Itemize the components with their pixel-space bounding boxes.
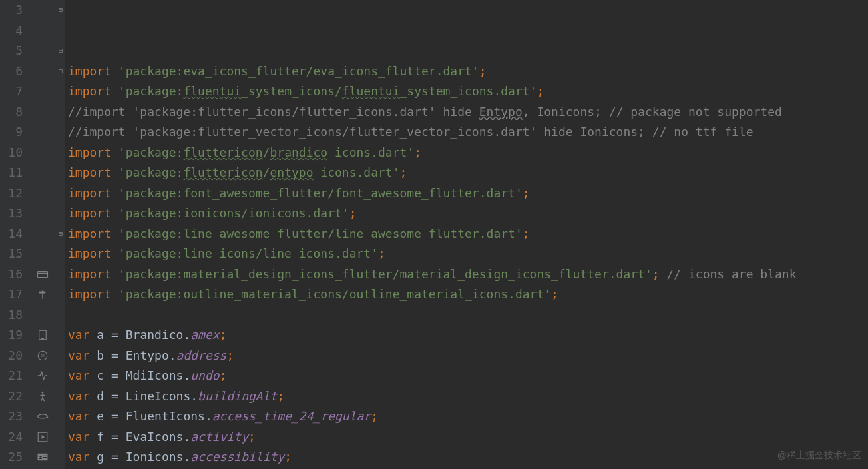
code-token-str: _icons.dart' (327, 145, 414, 159)
code-token-semi: ; (226, 348, 234, 362)
code-token-kw: import (68, 267, 118, 281)
svg-rect-0 (38, 271, 48, 277)
line-number: 8 (0, 102, 23, 123)
code-token-comment: //import 'package:flutter_icons/flutter_… (68, 105, 479, 119)
code-token-str-wavy: fluentui (183, 84, 241, 98)
svg-point-9 (40, 456, 42, 458)
line-number: 15 (0, 244, 23, 264)
code-token-prop: address (176, 348, 227, 362)
code-token-ident: d (97, 389, 111, 403)
code-token-str-wavy: fluentui (342, 84, 400, 98)
code-token-ident: Ionicons. (126, 450, 191, 464)
code-line[interactable]: var e = FluentIcons.access_time_24_regul… (68, 406, 868, 427)
code-token-str: 'package:line_awesome_flutter/line_aweso… (118, 227, 523, 240)
code-token-comment: , Ionicons; // package not supported (523, 105, 782, 119)
code-line[interactable]: import 'package:fluttericon/entypo_icons… (68, 163, 868, 183)
code-token-str: 'package:font_awesome_flutter/font_aweso… (118, 186, 523, 200)
code-editor[interactable]: 345678910111213141516171819202122232425 … (0, 0, 868, 469)
code-token-kw: import (68, 246, 118, 260)
code-line[interactable]: var c = MdiIcons.undo; (68, 366, 868, 386)
line-number: 13 (0, 203, 23, 224)
fold-marker (56, 163, 65, 183)
fold-marker (56, 102, 65, 123)
fold-marker (56, 21, 65, 41)
code-line[interactable]: import 'package:fluentui_system_icons/fl… (68, 81, 868, 102)
code-token-comment: // icons are blank (660, 267, 804, 281)
code-token-semi: ; (479, 64, 487, 78)
code-line[interactable]: import 'package:eva_icons_flutter/eva_ic… (68, 61, 868, 82)
fold-marker (56, 264, 65, 285)
code-token-str: _system_icons/ (241, 84, 342, 98)
code-line[interactable]: var b = Entypo.address; (68, 346, 868, 366)
fold-marker[interactable]: ⊟ (56, 224, 65, 244)
activity-icon (37, 366, 49, 386)
fold-marker[interactable]: ⊟ (56, 41, 65, 61)
fold-marker (56, 203, 65, 224)
code-line[interactable]: import 'package:material_design_icons_fl… (68, 264, 868, 285)
code-token-str-wavy: brandico (270, 145, 327, 159)
line-number-gutter: 345678910111213141516171819202122232425 (0, 0, 29, 469)
code-token-ident: b (97, 348, 111, 362)
code-token-str: _system_icons.dart' (400, 84, 537, 98)
fold-marker (56, 447, 65, 468)
code-token-str: 'package:eva_icons_flutter/eva_icons_flu… (118, 64, 479, 78)
icon360-icon (37, 406, 49, 427)
line-number: 22 (0, 386, 23, 407)
code-token-str: 'package:material_design_icons_flutter/m… (118, 267, 652, 281)
code-area[interactable]: import 'package:eva_icons_flutter/eva_ic… (65, 0, 868, 469)
code-line[interactable]: //import 'package:flutter_vector_icons/f… (68, 122, 868, 143)
code-line[interactable]: var f = EvaIcons.activity; (68, 427, 868, 448)
code-token-kw: var (68, 450, 97, 464)
code-line[interactable]: //import 'package:flutter_icons/flutter_… (68, 102, 868, 123)
code-token-kw: import (68, 186, 118, 200)
fold-marker (56, 346, 65, 366)
code-token-kw: import (68, 84, 118, 98)
code-line[interactable]: import 'package:ionicons/ionicons.dart'; (68, 203, 868, 224)
code-token-str-wavy: entypo (270, 165, 313, 179)
fold-gutter[interactable]: ⊟⊟⊟⊟ (56, 0, 65, 469)
code-line[interactable]: import 'package:font_awesome_flutter/fon… (68, 183, 868, 204)
line-number: 9 (0, 122, 23, 143)
code-line[interactable]: var a = Brandico.amex; (68, 325, 868, 346)
code-token-kw: var (68, 409, 97, 423)
code-token-semi: ; (220, 328, 227, 342)
code-line[interactable]: import 'package:line_icons/line_icons.da… (68, 244, 868, 264)
code-token-str: 'package: (118, 84, 184, 98)
line-number: 23 (0, 406, 23, 427)
code-token-comment: Entypo (479, 105, 523, 119)
code-token-str: / (263, 165, 270, 179)
code-token-ident: e (97, 409, 111, 423)
fold-marker (56, 406, 65, 427)
fold-marker[interactable]: ⊟ (56, 61, 65, 82)
code-token-semi: ; (378, 246, 385, 260)
line-number: 14 (0, 224, 23, 244)
code-token-str: 'package:outline_material_icons/outline_… (118, 287, 551, 301)
line-number: 10 (0, 143, 23, 163)
code-token-str: 'package: (118, 145, 184, 159)
code-line[interactable]: import 'package:fluttericon/brandico_ico… (68, 143, 868, 163)
code-token-str-wavy: fluttericon (183, 165, 262, 179)
fold-marker (56, 386, 65, 407)
code-line[interactable]: import 'package:line_awesome_flutter/lin… (68, 224, 868, 244)
svg-text:24: 24 (41, 354, 45, 358)
code-token-kw: import (68, 64, 118, 78)
code-token-punct: = (111, 430, 126, 444)
signpost-icon (37, 284, 49, 305)
code-line[interactable]: import 'package:outline_material_icons/o… (68, 284, 868, 305)
fold-marker (56, 122, 65, 143)
code-line[interactable]: var d = LineIcons.buildingAlt; (68, 386, 868, 407)
right-margin-ruler (771, 0, 771, 469)
code-token-ident: Brandico. (126, 328, 191, 342)
code-token-semi: ; (220, 368, 227, 382)
code-token-semi: ; (400, 165, 407, 179)
code-line[interactable] (68, 305, 868, 326)
code-line[interactable]: var g = Ionicons.accessibility; (68, 447, 868, 468)
code-token-semi: ; (551, 287, 558, 301)
code-token-ident: f (97, 430, 111, 444)
fold-marker[interactable]: ⊟ (56, 0, 65, 21)
code-token-ident: g (97, 450, 111, 464)
code-token-semi: ; (371, 409, 378, 423)
code-token-ident: LineIcons. (126, 389, 198, 403)
fold-marker (56, 183, 65, 204)
fold-marker (56, 143, 65, 163)
